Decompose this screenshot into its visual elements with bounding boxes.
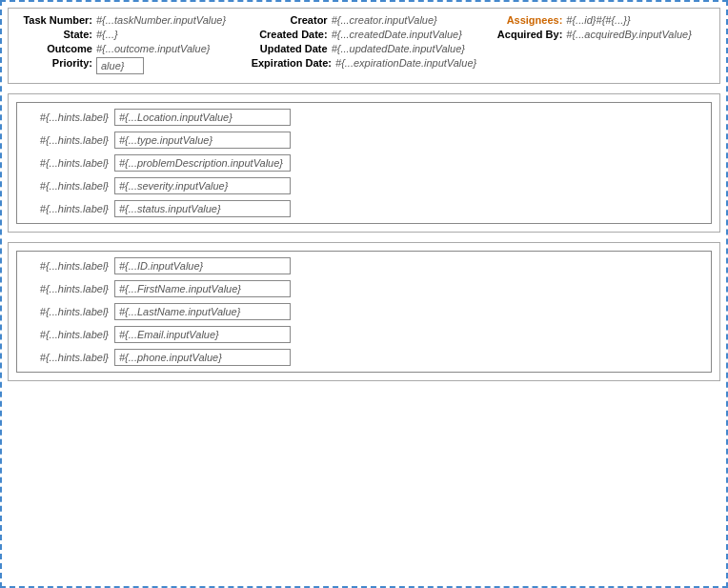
acquired-by-label: Acquired By: xyxy=(486,29,562,40)
panel2-row-0: #{...hints.label} #{...ID.inputValue} xyxy=(23,257,705,274)
top-col-right: Assignees: #{...id}#{#{...}} Acquired By… xyxy=(486,14,712,77)
updated-date-value: #{...updatedDate.inputValue} xyxy=(332,43,465,54)
panel2-row-3: #{...hints.label} #{...Email.inputValue} xyxy=(23,326,705,343)
created-date-row: Created Date: #{...createdDate.inputValu… xyxy=(252,29,477,40)
acquired-by-row: Acquired By: #{...acquiredBy.inputValue} xyxy=(486,29,712,40)
panel1-input-4[interactable]: #{...status.inputValue} xyxy=(114,200,291,217)
panel1-row-4: #{...hints.label} #{...status.inputValue… xyxy=(23,200,705,217)
task-number-label: Task Number: xyxy=(16,14,92,26)
top-col-mid: Creator #{...creator.inputValue} Created… xyxy=(252,14,477,77)
priority-label: Priority: xyxy=(16,57,92,69)
state-label: State: xyxy=(16,29,92,40)
outcome-label: Outcome xyxy=(16,43,92,54)
panel1-row-1: #{...hints.label} #{...type.inputValue} xyxy=(23,132,705,149)
panel1-row-0: #{...hints.label} #{...Location.inputVal… xyxy=(23,109,705,126)
acquired-by-value: #{...acquiredBy.inputValue} xyxy=(566,29,691,40)
outcome-value: #{...outcome.inputValue} xyxy=(96,43,210,54)
panel2-label-3: #{...hints.label} xyxy=(23,329,109,340)
page-wrapper: Task Number: #{...taskNumber.inputValue}… xyxy=(0,0,728,588)
creator-label: Creator xyxy=(252,14,328,26)
creator-value: #{...creator.inputValue} xyxy=(332,14,437,26)
panel1-row-3: #{...hints.label} #{...severity.inputVal… xyxy=(23,177,705,194)
updated-date-label: Updated Date xyxy=(252,43,328,54)
panel1-label-0: #{...hints.label} xyxy=(23,112,109,123)
panel2-row-2: #{...hints.label} #{...LastName.inputVal… xyxy=(23,303,705,320)
panel2-input-0[interactable]: #{...ID.inputValue} xyxy=(114,257,291,274)
panel1-input-0[interactable]: #{...Location.inputValue} xyxy=(114,109,291,126)
state-row: State: #{...} xyxy=(16,29,242,40)
panel-2: #{...hints.label} #{...ID.inputValue} #{… xyxy=(8,242,720,381)
assignees-value: #{...id}#{#{...}} xyxy=(566,14,630,26)
created-date-label: Created Date: xyxy=(252,29,328,40)
outcome-row: Outcome #{...outcome.inputValue} xyxy=(16,43,242,54)
assignees-row: Assignees: #{...id}#{#{...}} xyxy=(486,14,712,26)
panel-1-inner: #{...hints.label} #{...Location.inputVal… xyxy=(16,102,712,224)
task-number-row: Task Number: #{...taskNumber.inputValue} xyxy=(16,14,242,26)
creator-row: Creator #{...creator.inputValue} xyxy=(252,14,477,26)
expiration-date-value: #{...expirationDate.inputValue} xyxy=(335,57,476,69)
assignees-label: Assignees: xyxy=(486,14,562,26)
priority-row: Priority: alue} xyxy=(16,57,242,74)
panel2-label-4: #{...hints.label} xyxy=(23,352,109,363)
panel2-row-4: #{...hints.label} #{...phone.inputValue} xyxy=(23,349,705,366)
top-grid: Task Number: #{...taskNumber.inputValue}… xyxy=(16,14,712,77)
panel2-label-1: #{...hints.label} xyxy=(23,283,109,294)
expiration-date-label: Expiration Date: xyxy=(252,57,332,69)
panel1-row-2: #{...hints.label} #{...problemDescriptio… xyxy=(23,154,705,172)
panel-2-inner: #{...hints.label} #{...ID.inputValue} #{… xyxy=(16,251,712,373)
panel1-label-2: #{...hints.label} xyxy=(23,157,109,169)
task-number-value: #{...taskNumber.inputValue} xyxy=(96,14,226,26)
top-section: Task Number: #{...taskNumber.inputValue}… xyxy=(8,8,720,84)
expiration-date-row: Expiration Date: #{...expirationDate.inp… xyxy=(252,57,477,69)
created-date-value: #{...createdDate.inputValue} xyxy=(332,29,462,40)
updated-date-row: Updated Date #{...updatedDate.inputValue… xyxy=(252,43,477,54)
panel2-label-0: #{...hints.label} xyxy=(23,260,109,272)
panel-1: #{...hints.label} #{...Location.inputVal… xyxy=(8,93,720,233)
top-col-left: Task Number: #{...taskNumber.inputValue}… xyxy=(16,14,242,77)
panel1-label-4: #{...hints.label} xyxy=(23,203,109,214)
panel2-label-2: #{...hints.label} xyxy=(23,306,109,317)
priority-input[interactable]: alue} xyxy=(96,57,144,74)
panel1-label-1: #{...hints.label} xyxy=(23,134,109,146)
panel2-row-1: #{...hints.label} #{...FirstName.inputVa… xyxy=(23,280,705,297)
panel2-input-2[interactable]: #{...LastName.inputValue} xyxy=(114,303,291,320)
panel1-input-3[interactable]: #{...severity.inputValue} xyxy=(114,177,291,194)
panel1-input-2[interactable]: #{...problemDescription.inputValue} xyxy=(114,154,291,172)
panel2-input-3[interactable]: #{...Email.inputValue} xyxy=(114,326,291,343)
panel1-input-1[interactable]: #{...type.inputValue} xyxy=(114,132,291,149)
state-value: #{...} xyxy=(96,29,118,40)
panel1-label-3: #{...hints.label} xyxy=(23,180,109,192)
panel2-input-1[interactable]: #{...FirstName.inputValue} xyxy=(114,280,291,297)
panel2-input-4[interactable]: #{...phone.inputValue} xyxy=(114,349,291,366)
